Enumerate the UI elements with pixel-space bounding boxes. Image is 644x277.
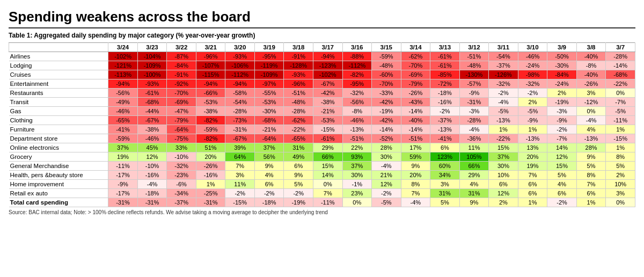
table-row: Grocery19%12%-10%20%64%56%49%66%93%30%59… — [9, 152, 635, 162]
data-cell: 4% — [254, 171, 284, 180]
data-cell: 15% — [489, 143, 518, 152]
data-cell: -73% — [225, 116, 255, 125]
data-cell: -67% — [313, 79, 342, 89]
data-cell: -87% — [167, 52, 196, 61]
data-cell: -44% — [137, 107, 167, 116]
column-header: 3/24 — [108, 43, 138, 52]
data-cell: -32% — [167, 162, 196, 171]
data-cell: -22% — [606, 79, 635, 89]
data-cell: -57% — [459, 79, 489, 89]
data-cell: -84% — [167, 61, 196, 70]
table-row: Furniture-41%-38%-64%-59%-31%-21%-22%-15… — [9, 125, 635, 134]
data-cell: -95% — [342, 79, 372, 89]
data-cell: -121% — [108, 61, 138, 70]
data-cell: -22% — [489, 134, 518, 143]
data-cell: -10% — [167, 152, 196, 162]
data-cell: 10% — [489, 171, 518, 180]
data-cell: 3% — [576, 89, 606, 98]
data-cell: 2% — [518, 98, 547, 107]
data-cell: 8% — [401, 180, 430, 189]
data-cell: 37% — [108, 143, 138, 152]
data-cell: -14% — [372, 125, 401, 134]
data-cell: -51% — [401, 134, 430, 143]
data-cell: 31% — [459, 189, 489, 198]
data-cell: -56% — [342, 98, 372, 107]
data-cell: 6% — [254, 180, 284, 189]
data-cell: 39% — [225, 143, 255, 152]
data-cell: 28% — [372, 143, 401, 152]
data-cell: -59% — [108, 134, 138, 143]
data-cell: 34% — [430, 171, 460, 180]
data-cell: -102% — [313, 70, 342, 79]
data-cell: -64% — [167, 125, 196, 134]
table-row: Entertainment-94%-93%-92%-94%-94%-97%-96… — [9, 79, 635, 89]
row-label: Retail ex auto — [9, 189, 108, 198]
data-cell: -130% — [459, 70, 489, 79]
data-cell: -97% — [254, 79, 284, 89]
data-cell: -28% — [459, 116, 489, 125]
row-label: Clothing — [9, 116, 108, 125]
data-cell: -61% — [430, 61, 460, 70]
column-header: 3/10 — [518, 43, 547, 52]
data-cell: -13% — [518, 134, 547, 143]
data-cell: -59% — [372, 52, 401, 61]
data-cell: -119% — [254, 61, 284, 70]
data-cell: -3% — [459, 107, 489, 116]
data-cell: 37% — [342, 162, 372, 171]
data-cell: -19% — [372, 107, 401, 116]
column-header: 3/17 — [313, 43, 342, 52]
data-cell: -22% — [284, 125, 313, 134]
data-cell: -65% — [284, 134, 313, 143]
data-cell: -94% — [225, 79, 255, 89]
data-cell: -11% — [313, 198, 342, 207]
data-cell: 1% — [606, 125, 635, 134]
data-cell: 9% — [401, 162, 430, 171]
data-cell: -60% — [372, 70, 401, 79]
data-cell: 105% — [459, 152, 489, 162]
data-cell: -128% — [284, 61, 313, 70]
data-cell: 12% — [547, 152, 577, 162]
data-cell: -13% — [489, 116, 518, 125]
data-cell: -33% — [372, 89, 401, 98]
data-cell: -113% — [108, 70, 138, 79]
data-cell: -41% — [108, 125, 138, 134]
data-cell: 12% — [489, 189, 518, 198]
data-cell: -12% — [576, 98, 606, 107]
data-cell: 6% — [518, 189, 547, 198]
data-cell: 3% — [225, 171, 255, 180]
row-label: Restaurants — [9, 89, 108, 98]
data-cell: -32% — [489, 79, 518, 89]
table-row: Transit-49%-68%-69%-53%-54%-53%-48%-38%-… — [9, 98, 635, 107]
data-cell: -6% — [167, 180, 196, 189]
data-cell: 10% — [606, 180, 635, 189]
data-cell: -82% — [196, 134, 225, 143]
data-cell: -13% — [342, 125, 372, 134]
data-cell: 12% — [137, 152, 167, 162]
table-row: Gas-46%-44%-47%-38%-28%-30%-28%-21%-8%-1… — [9, 107, 635, 116]
data-cell: -109% — [254, 70, 284, 79]
data-cell: -37% — [430, 116, 460, 125]
data-cell: 30% — [489, 162, 518, 171]
data-cell: -94% — [313, 52, 342, 61]
data-cell: 5% — [547, 171, 577, 180]
data-cell: -16% — [196, 171, 225, 180]
data-cell: -18% — [254, 198, 284, 207]
data-cell: -69% — [401, 70, 430, 79]
data-cell: -24% — [518, 61, 547, 70]
data-cell: 31% — [430, 189, 460, 198]
data-cell: -94% — [108, 79, 138, 89]
data-cell: 6% — [284, 162, 313, 171]
data-cell: -1% — [342, 180, 372, 189]
table-row: Cruises-113%-100%-91%-115%-112%-109%-93%… — [9, 70, 635, 79]
data-cell: -30% — [547, 61, 577, 70]
data-cell: -7% — [547, 134, 577, 143]
data-cell: 2% — [547, 89, 577, 98]
data-cell: -50% — [547, 52, 577, 61]
data-cell: -102% — [108, 52, 138, 61]
data-cell: 1% — [518, 125, 547, 134]
data-cell: 7% — [401, 189, 430, 198]
source-note: Source: BAC internal data; Note: > 100% … — [9, 209, 635, 215]
column-header: 3/13 — [430, 43, 460, 52]
column-header: 3/23 — [137, 43, 167, 52]
table-subtitle: Table 1: Aggregated daily spending by ma… — [9, 32, 635, 39]
